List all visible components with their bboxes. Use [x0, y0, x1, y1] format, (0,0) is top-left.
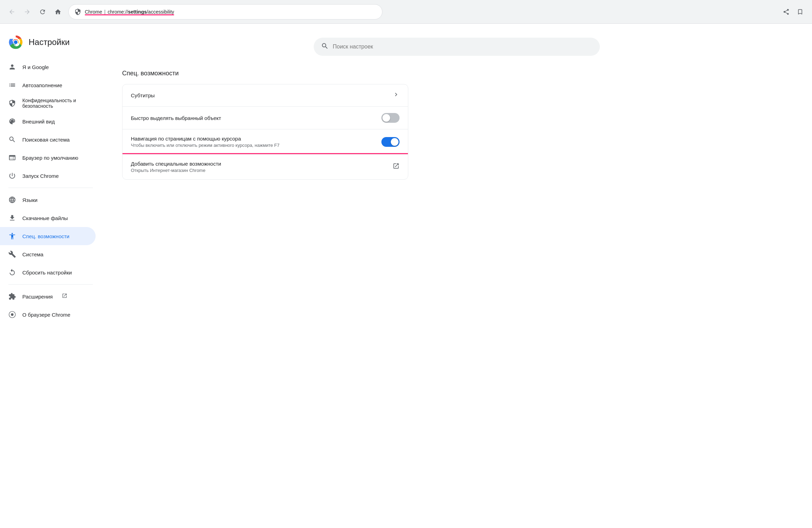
toggle-wrapper-on [381, 137, 400, 147]
sidebar-label-languages: Языки [22, 197, 37, 203]
external-link-icon-ext [62, 293, 67, 300]
sidebar-label-startup: Запуск Chrome [22, 173, 59, 179]
sidebar-label-system: Система [22, 251, 43, 257]
highlight-selection-title: Быстро выделять выбранный объект [131, 115, 376, 121]
accessibility-icon [8, 232, 16, 240]
url-suffix: /accessibility [147, 9, 174, 15]
sidebar: Настройки Я и Google Автозаполнение [0, 24, 101, 528]
forward-button[interactable] [21, 6, 33, 18]
sidebar-item-downloads[interactable]: Скачанные файлы [0, 209, 96, 227]
search-input[interactable] [333, 44, 593, 50]
add-accessibility-content: Добавить специальные возможности Открыть… [131, 161, 387, 173]
sidebar-item-languages[interactable]: Языки [0, 191, 96, 209]
sidebar-label-downloads: Скачанные файлы [22, 215, 68, 221]
add-accessibility-action [393, 163, 400, 171]
sidebar-label-default-browser: Браузер по умолчанию [22, 155, 78, 161]
sidebar-item-reset[interactable]: Сбросить настройки [0, 263, 96, 281]
chrome-label: Chrome [85, 9, 102, 15]
person-icon [8, 63, 16, 71]
content-area: Спец. возможности Субтитры Быстро выделя… [101, 24, 812, 528]
sidebar-label-search-engine: Поисковая система [22, 137, 70, 143]
main-layout: Настройки Я и Google Автозаполнение [0, 24, 812, 528]
highlight-selection-action [381, 113, 400, 123]
bookmark-button[interactable] [794, 6, 806, 18]
settings-title: Настройки [29, 37, 70, 47]
puzzle-icon [8, 293, 16, 300]
address-bar[interactable]: Chrome | chrome://settings/accessibility [68, 4, 382, 20]
chrome-circle-icon [8, 311, 16, 318]
sidebar-label-about: О браузере Chrome [22, 312, 70, 318]
browser-toolbar: Chrome | chrome://settings/accessibility [0, 0, 812, 24]
back-button[interactable] [6, 6, 18, 18]
caret-navigation-row[interactable]: Навигация по страницам с помощью курсора… [122, 129, 408, 154]
captions-content: Субтитры [131, 92, 387, 98]
add-accessibility-external-icon [393, 163, 400, 171]
address-underline [85, 14, 174, 15]
search-bar-icon [321, 42, 329, 52]
wrench-icon [8, 250, 16, 258]
sidebar-label-appearance: Внешний вид [22, 119, 55, 125]
add-accessibility-subtitle: Открыть Интернет-магазин Chrome [131, 168, 387, 173]
sidebar-item-search-engine[interactable]: Поисковая система [0, 130, 96, 149]
caret-navigation-title: Навигация по страницам с помощью курсора [131, 136, 376, 142]
shield-icon [8, 99, 16, 107]
sidebar-nav: Я и Google Автозаполнение Конфиденциальн… [0, 58, 101, 324]
download-icon [8, 214, 16, 222]
url-separator: | [104, 9, 106, 15]
reset-icon [8, 269, 16, 276]
url-prefix: chrome:// [107, 9, 128, 15]
browser-icon [8, 154, 16, 161]
caret-navigation-subtitle: Чтобы включить или отключить режим актив… [131, 143, 376, 148]
captions-title: Субтитры [131, 92, 387, 98]
sidebar-item-accessibility[interactable]: Спец. возможности [0, 227, 96, 245]
svg-point-7 [11, 313, 13, 316]
sidebar-item-privacy[interactable]: Конфиденциальность и безопасность [0, 94, 96, 112]
sidebar-item-appearance[interactable]: Внешний вид [0, 112, 96, 130]
captions-arrow-icon [393, 91, 400, 100]
add-accessibility-title: Добавить специальные возможности [131, 161, 387, 167]
sidebar-item-system[interactable]: Система [0, 245, 96, 263]
sidebar-header: Настройки [0, 29, 101, 58]
search-bar[interactable] [314, 38, 600, 56]
sidebar-label-me-google: Я и Google [22, 64, 49, 70]
svg-point-5 [14, 40, 18, 44]
add-accessibility-row[interactable]: Добавить специальные возможности Открыть… [122, 154, 408, 179]
address-text-wrapper: Chrome | chrome://settings/accessibility [85, 9, 174, 15]
chrome-logo-icon [8, 35, 23, 50]
list-icon [8, 81, 16, 89]
sidebar-item-me-google[interactable]: Я и Google [0, 58, 96, 76]
sidebar-item-startup[interactable]: Запуск Chrome [0, 167, 96, 185]
sidebar-label-privacy: Конфиденциальность и безопасность [22, 98, 87, 109]
captions-row[interactable]: Субтитры [122, 84, 408, 107]
sidebar-item-extensions[interactable]: Расширения [0, 287, 96, 306]
sidebar-label-extensions: Расширения [22, 294, 53, 300]
caret-navigation-toggle[interactable] [381, 137, 400, 147]
sidebar-item-about[interactable]: О браузере Chrome [0, 306, 96, 324]
highlight-selection-toggle[interactable] [381, 113, 400, 123]
toggle-wrapper-off [381, 113, 400, 123]
sidebar-item-default-browser[interactable]: Браузер по умолчанию [0, 149, 96, 167]
palette-icon [8, 118, 16, 125]
security-icon [74, 8, 81, 15]
settings-card: Субтитры Быстро выделять выбранный объек… [122, 84, 408, 180]
toggle-thumb-off [382, 114, 390, 122]
caret-navigation-content: Навигация по страницам с помощью курсора… [131, 136, 376, 148]
sidebar-divider-1 [8, 188, 93, 188]
sidebar-label-accessibility: Спец. возможности [22, 233, 69, 239]
highlight-selection-content: Быстро выделять выбранный объект [131, 115, 376, 121]
browser-actions [780, 6, 806, 18]
sidebar-label-autofill: Автозаполнение [22, 82, 62, 88]
search-container [314, 38, 600, 56]
sidebar-label-reset: Сбросить настройки [22, 270, 72, 276]
highlight-selection-row[interactable]: Быстро выделять выбранный объект [122, 107, 408, 129]
toggle-thumb-on [391, 138, 398, 146]
reload-button[interactable] [36, 6, 49, 18]
sidebar-divider-2 [8, 284, 93, 285]
caret-navigation-action [381, 137, 400, 147]
sidebar-item-autofill[interactable]: Автозаполнение [0, 76, 96, 94]
section-title: Спец. возможности [122, 70, 408, 77]
search-nav-icon [8, 136, 16, 143]
url-settings-part: settings [128, 9, 147, 15]
share-button[interactable] [780, 6, 792, 18]
home-button[interactable] [52, 6, 64, 18]
